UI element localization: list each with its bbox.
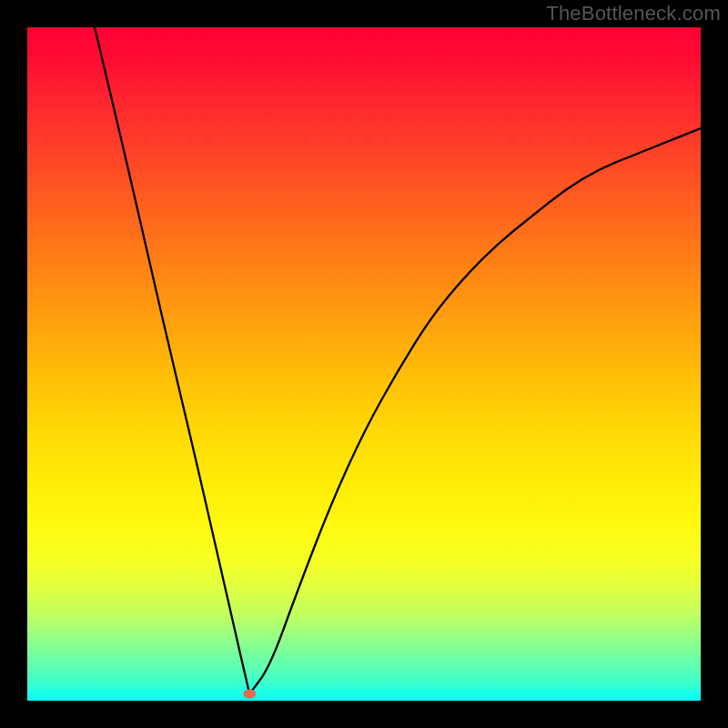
- watermark-text: TheBottleneck.com: [546, 2, 721, 25]
- bottleneck-curve: [95, 27, 701, 694]
- plot-area: [27, 27, 701, 701]
- optimum-marker: [243, 690, 256, 699]
- chart-frame: TheBottleneck.com: [0, 0, 728, 728]
- curve-layer: [27, 27, 701, 701]
